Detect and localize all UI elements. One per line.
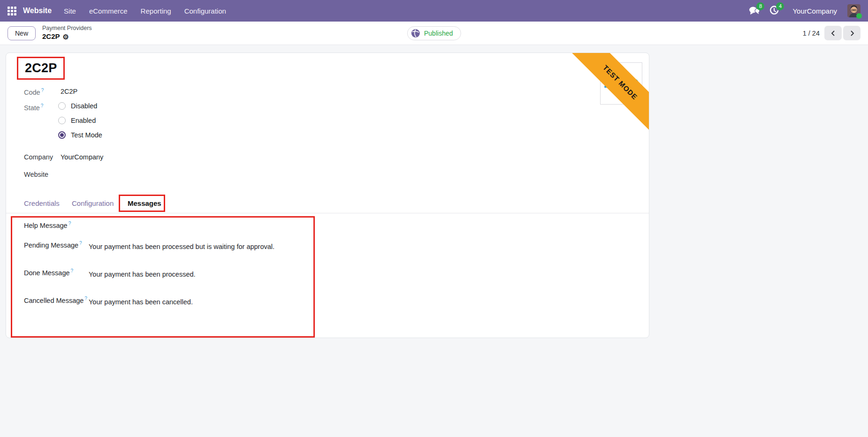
radio-option-disabled[interactable]: Disabled	[58, 102, 97, 110]
done-message-value[interactable]: Your payment has been processed.	[89, 271, 196, 278]
gear-icon[interactable]: ⚙	[63, 33, 69, 40]
nav-menu: Site eCommerce Reporting Configuration	[64, 7, 226, 15]
annotation-box-title: 2C2P	[17, 57, 65, 80]
radio-label: Test Mode	[71, 131, 102, 139]
code-value[interactable]: 2C2P	[61, 88, 77, 96]
radio-option-test-mode[interactable]: Test Mode	[58, 131, 102, 139]
nav-item-site[interactable]: Site	[64, 7, 76, 15]
state-label-row: State?	[24, 103, 61, 112]
app-name[interactable]: Website	[23, 7, 52, 15]
field-row-website: Website	[24, 171, 61, 178]
company-value[interactable]: YourCompany	[61, 153, 103, 161]
field-row-code: Code? 2C2P	[24, 88, 77, 96]
pending-message-label: Pending Message?	[24, 241, 82, 249]
company-switcher[interactable]: YourCompany	[792, 7, 837, 15]
field-row-company: Company YourCompany	[24, 153, 103, 161]
radio-circle[interactable]	[58, 117, 66, 124]
state-label: State?	[24, 103, 61, 112]
help-icon[interactable]: ?	[41, 88, 44, 93]
breadcrumb-parent[interactable]: Payment Providers	[42, 25, 92, 32]
help-icon[interactable]: ?	[84, 296, 87, 301]
company-label: Company	[24, 153, 61, 161]
help-message-label: Help Message?	[24, 221, 71, 229]
pager: 1 / 24	[803, 26, 860, 40]
radio-circle-checked[interactable]	[58, 131, 66, 139]
help-icon[interactable]: ?	[69, 221, 71, 226]
online-status-dot	[856, 13, 862, 19]
provider-logo-text: 2c2p	[604, 73, 639, 91]
help-icon[interactable]: ?	[71, 268, 74, 273]
help-icon[interactable]: ?	[41, 103, 44, 108]
form-sheet: 2C2P Code? 2C2P State? Disabled Enabled …	[6, 53, 649, 338]
breadcrumb-current: 2C2P	[42, 32, 60, 41]
cancelled-message-value[interactable]: Your payment has been cancelled.	[89, 298, 193, 306]
nav-item-reporting[interactable]: Reporting	[141, 7, 171, 15]
radio-option-enabled[interactable]: Enabled	[58, 117, 96, 124]
nav-item-configuration[interactable]: Configuration	[184, 7, 226, 15]
chevron-right-icon	[849, 30, 855, 37]
provider-logo: 2c2p	[600, 62, 642, 105]
tab-divider	[6, 213, 649, 213]
help-icon[interactable]: ?	[79, 241, 82, 246]
pager-prev-button[interactable]	[824, 26, 842, 40]
new-button[interactable]: New	[8, 26, 36, 40]
breadcrumb: Payment Providers 2C2P ⚙	[42, 25, 92, 41]
notebook-tabs: Credentials Configuration Messages	[6, 199, 649, 213]
tab-configuration[interactable]: Configuration	[72, 199, 114, 207]
radio-label: Enabled	[71, 117, 96, 124]
messages-icon[interactable]: 8	[748, 5, 761, 17]
pager-next-button[interactable]	[843, 26, 860, 40]
radio-label: Disabled	[71, 102, 97, 110]
cancelled-message-label: Cancelled Message?	[24, 296, 87, 304]
activities-icon[interactable]: 4	[768, 5, 780, 17]
annotation-box-messages-tab	[119, 195, 165, 212]
globe-icon	[411, 29, 420, 38]
provider-title: 2C2P	[18, 61, 57, 75]
control-panel: New Payment Providers 2C2P ⚙ Published 1…	[0, 22, 868, 45]
systray: 8 4 YourCompany	[748, 4, 860, 17]
pager-count: 1 / 24	[803, 30, 820, 37]
published-badge[interactable]: Published	[407, 26, 461, 40]
messages-badge: 8	[756, 2, 764, 10]
tab-credentials[interactable]: Credentials	[24, 199, 60, 207]
activities-badge: 4	[776, 2, 784, 10]
nav-item-ecommerce[interactable]: eCommerce	[89, 7, 128, 15]
top-nav: Website Site eCommerce Reporting Configu…	[0, 0, 868, 22]
published-label: Published	[424, 30, 453, 37]
chevron-left-icon	[830, 30, 836, 37]
avatar[interactable]	[847, 4, 860, 17]
done-message-label: Done Message?	[24, 268, 73, 277]
apps-grid-icon[interactable]	[8, 7, 16, 15]
radio-circle[interactable]	[58, 102, 66, 110]
pending-message-value[interactable]: Your payment has been processed but is w…	[89, 243, 274, 250]
code-label: Code?	[24, 88, 61, 96]
website-label: Website	[24, 171, 61, 178]
